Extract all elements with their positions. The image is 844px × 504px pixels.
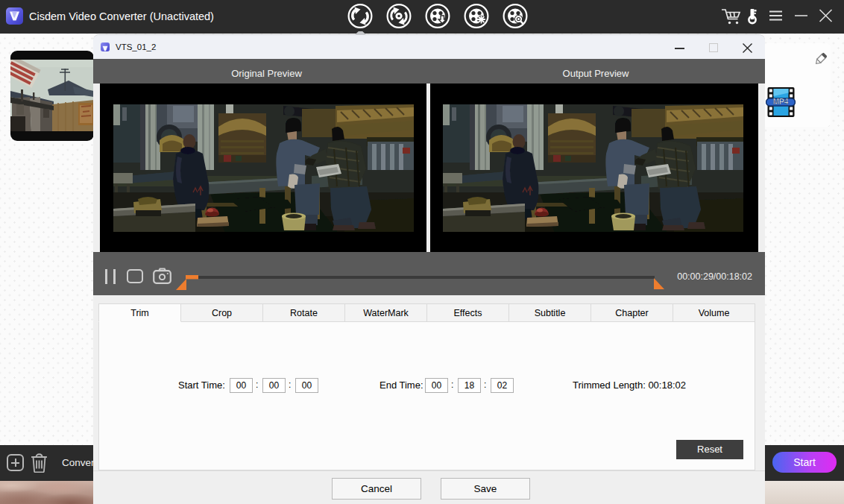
svg-text:MP4: MP4 — [773, 98, 789, 106]
